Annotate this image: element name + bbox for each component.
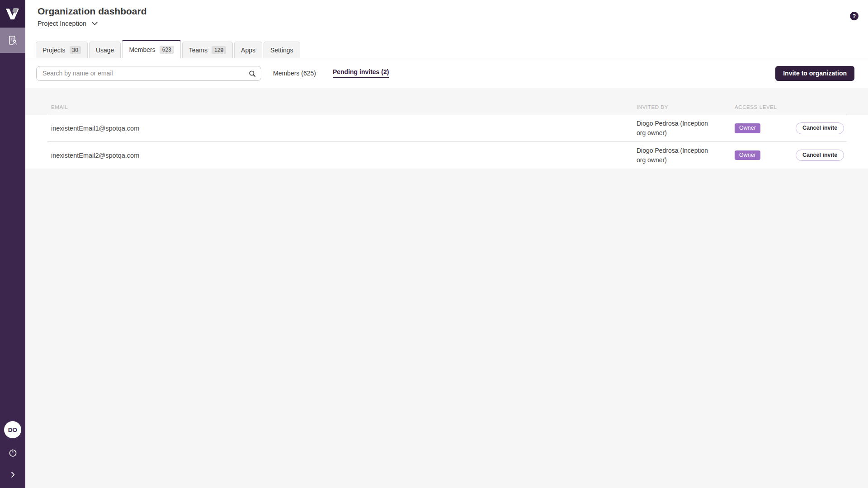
- search-icon: [248, 70, 256, 78]
- tab-label: Teams: [189, 47, 208, 54]
- tab-label: Apps: [241, 47, 255, 54]
- pending-invites-table: EMAIL INVITED BY ACCESS LEVEL inexistent…: [25, 88, 868, 488]
- tab-label: Projects: [42, 47, 66, 54]
- access-level-badge: Owner: [735, 123, 760, 133]
- tab-teams[interactable]: Teams 129: [182, 42, 233, 58]
- cancel-invite-button[interactable]: Cancel invite: [796, 122, 844, 134]
- tab-settings[interactable]: Settings: [264, 42, 300, 58]
- organization-members-icon: [8, 35, 18, 45]
- table-row: inexistentEmail2@spotqa.com Diogo Pedros…: [25, 142, 868, 169]
- tab-apps[interactable]: Apps: [234, 42, 262, 58]
- tab-label: Usage: [96, 47, 114, 54]
- invited-by: Diogo Pedrosa (Inception org owner): [637, 146, 735, 165]
- table-row: inexistentEmail1@spotqa.com Diogo Pedros…: [25, 115, 868, 142]
- sidebar: DO: [0, 0, 25, 488]
- table-body: inexistentEmail1@spotqa.com Diogo Pedros…: [25, 115, 868, 169]
- access-level-badge: Owner: [735, 150, 760, 160]
- project-selector[interactable]: Project Inception: [38, 20, 98, 27]
- table-header: EMAIL INVITED BY ACCESS LEVEL: [25, 88, 868, 115]
- tab-projects[interactable]: Projects 30: [36, 42, 88, 58]
- tab-members[interactable]: Members 623: [122, 39, 180, 58]
- invited-by: Diogo Pedrosa (Inception org owner): [637, 119, 735, 138]
- cancel-invite-button[interactable]: Cancel invite: [796, 150, 844, 161]
- sidebar-expand-button[interactable]: [9, 471, 17, 479]
- tab-label: Settings: [270, 47, 293, 54]
- help-button[interactable]: ?: [850, 12, 859, 20]
- question-mark-icon: ?: [853, 14, 856, 19]
- members-toolbar: Members (625) Pending invites (2) Invite…: [25, 58, 868, 88]
- tab-usage[interactable]: Usage: [89, 42, 121, 58]
- column-header-invited-by: INVITED BY: [637, 104, 735, 110]
- brand-logo[interactable]: [0, 0, 25, 28]
- tab-count-badge: 129: [212, 46, 226, 54]
- chevron-down-icon: [91, 21, 98, 26]
- members-filter-link[interactable]: Members (625): [273, 70, 316, 77]
- main-content: Organization dashboard Project Inception…: [25, 0, 868, 488]
- project-selector-label: Project Inception: [38, 20, 86, 27]
- tab-count-badge: 623: [160, 46, 174, 54]
- sidebar-item-organization[interactable]: [0, 28, 25, 53]
- power-icon: [8, 448, 18, 458]
- search-input[interactable]: [36, 66, 261, 81]
- pending-invites-filter-link[interactable]: Pending invites (2): [333, 68, 389, 78]
- user-avatar[interactable]: DO: [4, 421, 21, 438]
- invite-email: inexistentEmail1@spotqa.com: [47, 125, 637, 132]
- column-header-email: EMAIL: [47, 104, 637, 110]
- chevron-right-icon: [9, 471, 17, 479]
- page-header: Organization dashboard Project Inception…: [25, 0, 868, 40]
- tab-bar: Projects 30 Usage Members 623 Teams 129 …: [25, 40, 868, 58]
- tab-count-badge: 30: [70, 46, 81, 54]
- avatar-initials: DO: [8, 427, 18, 433]
- page-title: Organization dashboard: [38, 5, 868, 17]
- tab-label: Members: [129, 46, 155, 53]
- invite-email: inexistentEmail2@spotqa.com: [47, 152, 637, 159]
- app-root: DO Organization dashboard Project Incept…: [0, 0, 868, 488]
- logout-button[interactable]: [8, 448, 18, 458]
- v-logo-icon: [6, 8, 19, 20]
- search-box: [36, 66, 261, 81]
- column-header-access-level: ACCESS LEVEL: [735, 104, 796, 110]
- invite-to-organization-button[interactable]: Invite to organization: [775, 66, 854, 81]
